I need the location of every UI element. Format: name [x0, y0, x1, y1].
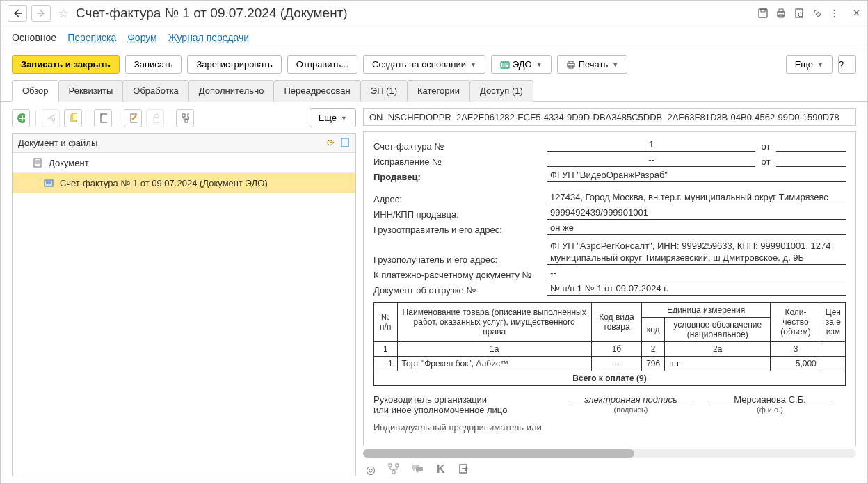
edo-button[interactable]: ЭДО▼: [491, 55, 552, 74]
svg-rect-14: [101, 114, 107, 122]
print-button[interactable]: Печать▼: [557, 55, 628, 74]
more-button[interactable]: Еще▼: [786, 55, 833, 74]
arrow-left-icon: [13, 9, 22, 17]
svg-rect-20: [341, 138, 348, 147]
svg-rect-21: [34, 159, 41, 167]
refresh-icon[interactable]: ⟳: [327, 138, 335, 148]
svg-rect-18: [188, 114, 189, 117]
tab-main[interactable]: Основное: [12, 32, 56, 43]
arrow-right-icon: [36, 9, 46, 17]
signature-value: электронная подпись: [568, 394, 693, 405]
svg-rect-16: [154, 118, 159, 122]
save-icon[interactable]: [757, 8, 769, 19]
sign-head-label: Руководитель организации или иное уполно…: [373, 394, 554, 415]
help-button[interactable]: ?: [838, 55, 856, 74]
edo-file-icon: [43, 177, 54, 188]
file-tree[interactable]: Документ и файлы ⟳ Документ: [12, 133, 356, 476]
seller-value: ФГУП "ВидеоОранжРазраб": [547, 170, 846, 182]
tree-header-label: Документ и файлы: [18, 138, 97, 148]
svg-rect-9: [569, 61, 573, 63]
forward-button[interactable]: [31, 5, 51, 22]
close-icon[interactable]: ✕: [853, 8, 860, 19]
document-icon: [32, 157, 43, 168]
left-more-button[interactable]: Еще▼: [310, 108, 356, 127]
tab-forum[interactable]: Форум: [127, 32, 157, 43]
window-title: Счет-фактура № 1 от 09.07.2024 (Документ…: [76, 6, 753, 21]
page-icon2[interactable]: [340, 138, 350, 148]
shipdoc-label: Документ об отгрузке №: [373, 285, 547, 296]
back-button[interactable]: [8, 5, 27, 22]
link-icon[interactable]: [812, 8, 823, 19]
save-button[interactable]: Записать: [125, 55, 182, 74]
svg-rect-13: [72, 113, 77, 120]
inn-label: ИНН/КПП продавца:: [373, 209, 547, 220]
consignee-label: Грузополучатель и его адрес:: [373, 255, 547, 265]
tab-correspondence[interactable]: Переписка: [67, 32, 116, 43]
save-close-button[interactable]: Записать и закрыть: [12, 55, 120, 74]
chat-icon[interactable]: [412, 463, 424, 476]
subtab-access[interactable]: Доступ (1): [469, 80, 533, 102]
seller-label: Продавец:: [373, 172, 547, 182]
edit-button[interactable]: [124, 109, 142, 127]
subtab-processing[interactable]: Обработка: [122, 80, 189, 102]
pay-value: --: [547, 268, 846, 280]
sf-no-label: Счет-фактура №: [373, 141, 547, 152]
tab-journal[interactable]: Журнал передачи: [168, 32, 249, 43]
ip-label: Индивидуальный предприниматель или: [373, 422, 846, 433]
svg-rect-24: [396, 464, 399, 467]
create-based-button[interactable]: Создать на основании▼: [363, 55, 485, 74]
from-label: от: [755, 141, 776, 152]
filename-field[interactable]: ON_NSCHFDOPPR_2AE2E061282-ECF5-4334-9D9D…: [363, 108, 856, 126]
send-button[interactable]: Отправить...: [287, 55, 357, 74]
subtab-categories[interactable]: Категории: [407, 80, 470, 102]
kebab-menu-icon[interactable]: ⋮: [830, 8, 839, 19]
favorite-star-icon[interactable]: ☆: [58, 6, 69, 21]
print-icon[interactable]: [775, 8, 787, 19]
stamp-icon[interactable]: ◎: [366, 463, 376, 476]
address-value: 127434, Город Москва, вн.тер.г. муниципа…: [547, 192, 846, 204]
add-button[interactable]: [12, 109, 30, 127]
svg-point-6: [798, 13, 803, 17]
horizontal-scrollbar[interactable]: [363, 449, 856, 458]
address-label: Адрес:: [373, 194, 547, 204]
register-button[interactable]: Зарегистрировать: [187, 55, 281, 74]
preview-icon[interactable]: [794, 8, 805, 19]
consignee-value: ФГУП "АэроРегКонсалт", ИНН: 9999259633, …: [547, 241, 846, 265]
send-file-button[interactable]: [42, 109, 60, 127]
copy-icon: [69, 113, 77, 124]
svg-rect-0: [759, 9, 767, 17]
pay-label: К платежно-расчетному документу №: [373, 270, 547, 280]
tree-root[interactable]: Документ: [13, 153, 355, 173]
tree-button[interactable]: [176, 109, 194, 127]
corr-label: Исправление №: [373, 156, 547, 167]
shipper-value: он же: [547, 223, 846, 235]
invoice-table: № п/п Наименование товара (описание выпо…: [373, 302, 846, 386]
document-preview[interactable]: Счет-фактура № 1 от Исправление № -- от …: [363, 131, 856, 446]
edo-icon: [500, 60, 510, 70]
k-icon[interactable]: K: [437, 463, 445, 476]
subtab-ep[interactable]: ЭП (1): [360, 80, 408, 102]
export-icon[interactable]: [458, 463, 469, 476]
page-icon: [99, 113, 107, 124]
shipper-label: Грузоотправитель и его адрес:: [373, 225, 547, 235]
copy-button[interactable]: [64, 109, 82, 127]
fio-value: Мерсианова С.Б.: [707, 394, 833, 405]
hierarchy-icon[interactable]: [388, 463, 399, 476]
svg-rect-19: [185, 120, 188, 122]
tree-icon: [181, 113, 189, 124]
corr-value: --: [547, 154, 755, 167]
lock-button[interactable]: [146, 109, 164, 127]
shipdoc-value: № п/п 1 № 1 от 09.07.2024 г.: [547, 283, 846, 296]
svg-rect-25: [392, 471, 395, 474]
tree-file[interactable]: Счет-фактура № 1 от 09.07.2024 (Документ…: [13, 173, 355, 193]
lock-icon: [151, 113, 159, 124]
sf-no-value: 1: [547, 139, 755, 152]
subtab-redirected[interactable]: Переадресован: [273, 80, 360, 102]
subtab-requisites[interactable]: Реквизиты: [58, 80, 124, 102]
svg-rect-23: [389, 464, 392, 467]
subtab-additional[interactable]: Дополнительно: [188, 80, 275, 102]
printer-icon: [566, 60, 576, 70]
subtab-overview[interactable]: Обзор: [12, 80, 59, 102]
view-button[interactable]: [94, 109, 112, 127]
send-icon: [47, 113, 55, 124]
